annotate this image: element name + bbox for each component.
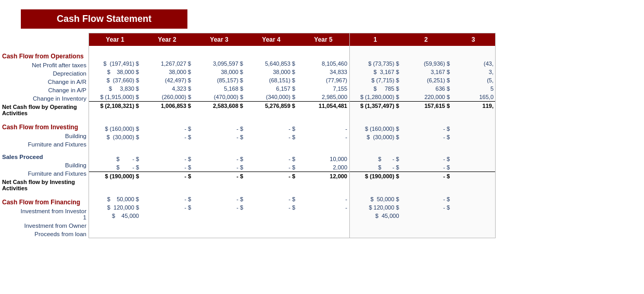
label-furniture-inv: Furniture and Fixtures xyxy=(0,140,89,149)
label-building-inv: Building xyxy=(0,132,89,140)
row-loan: $ 45,000 xyxy=(89,212,349,220)
q1-header: 1 xyxy=(350,33,401,46)
row-investor1: $ 50,000 $ - $ - $ - $ - xyxy=(89,195,349,203)
q-row-change-ar: $ (7,715) $ (6,251) $ (5, xyxy=(350,76,495,84)
label-net-profit: Net Profit after taxes xyxy=(0,61,89,69)
row-inv-total: $ (190,000) $ - $ - $ - $ 12,000 xyxy=(89,172,349,181)
quarters-header-row: 1 2 3 xyxy=(350,33,495,46)
row-furniture-sp: $ - $ - $ - $ - $ 2,000 xyxy=(89,163,349,172)
row-owner: $ 120,000 $ - $ - $ - $ - xyxy=(89,203,349,212)
year2-header: Year 2 xyxy=(141,33,193,46)
label-investor1: Investment from Investor 1 xyxy=(0,207,89,222)
label-depreciation: Depreciation xyxy=(0,69,89,78)
q-row-inv-total: $ (190,000) $ - $ xyxy=(350,172,495,181)
financing-header: Cash Flow from Financing xyxy=(0,198,89,207)
year3-header: Year 3 xyxy=(193,33,245,46)
row-depreciation: $ 38,000 $ 38,000 $ 38,000 $ 38,000 $ 34… xyxy=(89,68,349,76)
q-row-investor1: $ 50,000 $ - $ xyxy=(350,195,495,203)
years-panel: Year 1 Year 2 Year 3 Year 4 Year 5 $ (19… xyxy=(89,33,350,238)
q-row-net-profit: $ (73,735) $ (59,936) $ (43, xyxy=(350,59,495,68)
q-row-loan: $ 45,000 xyxy=(350,212,495,220)
row-net-profit: $ (197,491) $ 1,267,027 $ 3,095,597 $ 5,… xyxy=(89,59,349,68)
label-change-ar: Change in A/R xyxy=(0,78,89,86)
row-change-inventory: $ (1,915,000) $ (260,000) $ (470,000) $ … xyxy=(89,93,349,102)
year5-header: Year 5 xyxy=(297,33,349,46)
label-column: Cash Flow from Operations Net Profit aft… xyxy=(0,33,89,238)
year4-header: Year 4 xyxy=(245,33,297,46)
investing-header: Cash Flow from Investing xyxy=(0,123,89,132)
row-change-ap: $ 3,830 $ 4,323 $ 5,168 $ 6,157 $ 7,155 xyxy=(89,84,349,93)
q-row-owner: $ 120,000 $ - $ xyxy=(350,203,495,212)
q-row-ops-total: $ (1,357,497) $ 157,615 $ 119, xyxy=(350,102,495,111)
row-ops-total: $ (2,108,321) $ 1,006,853 $ 2,583,608 $ … xyxy=(89,102,349,111)
q-row-furniture-inv: $ (30,000) $ - $ xyxy=(350,133,495,141)
q-row-building-inv: $ (160,000) $ - $ xyxy=(350,125,495,133)
q-row-change-ap: $ 785 $ 636 $ 5 xyxy=(350,84,495,93)
row-furniture-inv: $ (30,000) $ - $ - $ - $ - xyxy=(89,133,349,141)
label-inv-total: Net Cash flow by Investing Activities xyxy=(0,178,89,192)
q-row-furniture-sp: $ - $ - $ xyxy=(350,163,495,172)
q3-header: 3 xyxy=(451,33,495,46)
q-row-depreciation: $ 3,167 $ 3,167 $ 3, xyxy=(350,68,495,76)
years-header-row: Year 1 Year 2 Year 3 Year 4 Year 5 xyxy=(89,33,349,46)
year1-header: Year 1 xyxy=(89,33,141,46)
operations-header: Cash Flow from Operations xyxy=(0,52,89,61)
page-title: Cash Flow Statement xyxy=(21,9,187,29)
q-row-building-sp: $ - $ - $ xyxy=(350,155,495,163)
label-change-ap: Change in A/P xyxy=(0,86,89,94)
row-building-inv: $ (160,000) $ - $ - $ - $ - xyxy=(89,125,349,133)
label-ops-total: Net Cash flow by Operating Activities xyxy=(0,103,89,117)
label-furniture-sp: Furniture and Fixtures xyxy=(0,169,89,178)
label-owner: Investment from Owner xyxy=(0,222,89,230)
quarters-panel: 1 2 3 $ (73,735) $ (59,936) $ (43, $ 3,1… xyxy=(350,33,496,238)
q2-header: 2 xyxy=(401,33,452,46)
label-sales-proceed: Sales Proceed xyxy=(0,153,89,161)
label-change-inventory: Change in Inventory xyxy=(0,94,89,103)
label-building-sp: Building xyxy=(0,161,89,169)
label-loan: Proceeds from loan xyxy=(0,230,89,238)
page-container: Cash Flow Statement Cash Flow from Opera… xyxy=(0,0,644,294)
row-change-ar: $ (37,660) $ (42,497) $ (85,157) $ (68,1… xyxy=(89,76,349,84)
row-building-sp: $ - $ - $ - $ - $ 10,000 xyxy=(89,155,349,163)
q-row-change-inventory: $ (1,280,000) $ 220,000 $ 165,0 xyxy=(350,93,495,102)
